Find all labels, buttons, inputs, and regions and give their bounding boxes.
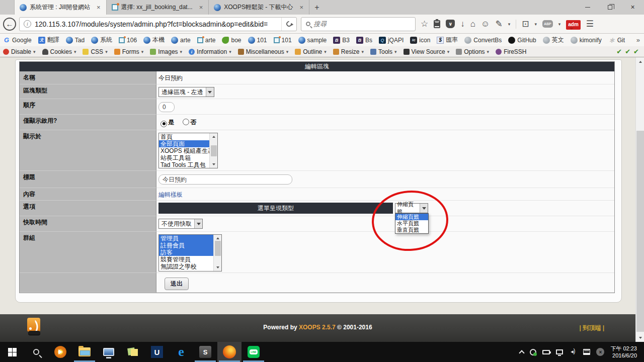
bookmark-git[interactable]: ∗Git bbox=[608, 37, 625, 44]
bookmark-jqapi[interactable]: QjQAPI bbox=[379, 37, 404, 44]
dropdown-option-selected[interactable]: 伸縮頁籤 bbox=[395, 214, 428, 220]
radio-no[interactable] bbox=[183, 119, 189, 125]
bookmark-b3[interactable]: BB3 bbox=[333, 37, 350, 44]
minimize-button[interactable] bbox=[576, 0, 599, 14]
tab-close-icon[interactable]: × bbox=[298, 4, 305, 11]
devbar-item-forms[interactable]: Forms▾ bbox=[114, 48, 144, 55]
devbar-item-resize[interactable]: Resize▾ bbox=[333, 48, 364, 55]
devbar-item-view-source[interactable]: View Source▾ bbox=[404, 48, 450, 55]
radio-yes[interactable] bbox=[160, 121, 167, 127]
title-input[interactable] bbox=[158, 174, 292, 185]
home-icon[interactable]: ⌂ bbox=[470, 20, 475, 28]
eyedropper-caret-icon[interactable]: ▾ bbox=[508, 22, 511, 27]
pages-option[interactable]: 站長工具箱 bbox=[159, 154, 209, 161]
dropdown-option[interactable]: 水平頁籤 bbox=[395, 220, 428, 227]
dropdown-option[interactable]: 垂直頁籤 bbox=[395, 227, 428, 233]
bookmark-exchange-rate[interactable]: $匯率 bbox=[437, 36, 458, 44]
devbar-item-outline[interactable]: Outline▾ bbox=[295, 48, 327, 55]
bookmark-convertbs[interactable]: ConvertBs bbox=[464, 37, 502, 44]
pages-option[interactable]: Tad Tools 工具包 bbox=[159, 161, 209, 168]
devbar-item-information[interactable]: iInformation▾ bbox=[189, 48, 231, 55]
new-tab-button[interactable]: + bbox=[309, 0, 324, 15]
devbar-item-css[interactable]: CSS▾ bbox=[83, 48, 107, 55]
tray-chevron-up-icon[interactable] bbox=[519, 350, 525, 355]
groups-option-selected[interactable]: 註冊會員 bbox=[159, 242, 213, 249]
taskbar-clock[interactable]: 下午 02:23 2016/6/20 bbox=[610, 345, 639, 359]
pocket-icon[interactable]: ∨ bbox=[446, 20, 455, 28]
bookmark-star-icon[interactable]: ☆ bbox=[421, 20, 428, 28]
bookmark-sample[interactable]: sample bbox=[298, 37, 327, 44]
bookmark-tad[interactable]: Tad bbox=[66, 37, 85, 44]
page-info-icon[interactable]: i bbox=[24, 20, 31, 28]
groups-option-selected[interactable]: 訪客 bbox=[159, 249, 213, 256]
tab-close-icon[interactable]: × bbox=[198, 4, 205, 11]
clipboard-icon[interactable] bbox=[434, 20, 440, 28]
listbox-scrollbar[interactable] bbox=[209, 133, 217, 168]
check-icon[interactable]: ✔ bbox=[633, 48, 639, 55]
devbar-item-tools[interactable]: Tools▾ bbox=[370, 48, 397, 55]
xoops-version-link[interactable]: XOOPS 2.5.7 bbox=[299, 324, 336, 331]
pages-listbox[interactable]: 首頁 全部頁面 XOOPS 模組產生器 站長工具箱 Tad Tools 工具包 bbox=[158, 133, 218, 168]
adm-badge-icon[interactable]: adm bbox=[566, 20, 581, 30]
check-icon[interactable]: ✔ bbox=[616, 48, 622, 55]
groups-option[interactable]: 競賽管理員 bbox=[159, 256, 213, 263]
taskbar-u-app[interactable]: U bbox=[145, 342, 169, 362]
adblock-caret-icon[interactable]: ▾ bbox=[558, 22, 561, 27]
sync-status-icon[interactable] bbox=[530, 349, 536, 355]
url-text[interactable]: 120.115.3.107/modules/system/admin.php?f… bbox=[35, 20, 281, 28]
submit-button[interactable]: 送出 bbox=[165, 278, 189, 290]
pages-option[interactable]: XOOPS 模組產生器 bbox=[159, 147, 209, 154]
scrollbar-thumb[interactable] bbox=[636, 131, 644, 332]
scroll-up-icon[interactable] bbox=[212, 134, 215, 138]
taskbar-sticky-notes[interactable] bbox=[121, 342, 145, 362]
bookmark-arte[interactable]: arte bbox=[171, 37, 191, 44]
tab-system-admin[interactable]: 系統管理 : Jill開發網站 × bbox=[14, 0, 107, 15]
screenshot-tool-icon[interactable]: ⊡ bbox=[522, 20, 529, 28]
pages-option[interactable]: 首頁 bbox=[159, 133, 209, 140]
devbar-item-cookies[interactable]: Cookies▾ bbox=[42, 48, 76, 55]
bookmark-101[interactable]: 101 bbox=[248, 37, 267, 44]
smiley-addon-icon[interactable]: ☺ bbox=[481, 20, 490, 28]
tab-close-icon[interactable]: × bbox=[95, 4, 102, 11]
bookmark-icon-site[interactable]: icicon bbox=[410, 37, 430, 44]
downloads-icon[interactable]: ↓ bbox=[460, 20, 465, 28]
eyedropper-icon[interactable]: ✎ bbox=[495, 20, 502, 28]
bookmark-english[interactable]: 英文 bbox=[543, 36, 564, 44]
screenshot-caret-icon[interactable]: ▾ bbox=[534, 22, 537, 27]
tab-phpmyadmin[interactable]: 選擇: xx_jill_booking_dat... × bbox=[107, 0, 209, 15]
devbar-item-images[interactable]: Images▾ bbox=[150, 48, 182, 55]
taskbar-edge[interactable]: e bbox=[169, 342, 193, 362]
scroll-thumb[interactable] bbox=[215, 241, 221, 256]
groups-option[interactable]: 無認證之學校 bbox=[159, 263, 213, 270]
taskbar-search-button[interactable] bbox=[24, 342, 48, 362]
url-bar[interactable]: i 120.115.3.107/modules/system/admin.php… bbox=[19, 17, 297, 31]
close-button[interactable]: × bbox=[621, 0, 644, 14]
bookmark-system[interactable]: 系統 bbox=[91, 36, 112, 44]
menu-hamburger-icon[interactable]: ☰ bbox=[586, 20, 594, 28]
tab-xoops-download[interactable]: XOOPS輕鬆架 - 下載中心 × bbox=[209, 0, 309, 15]
block-type-select[interactable]: 邊緣區塊 - 左邊 bbox=[158, 87, 214, 97]
scrollbar-up-icon[interactable] bbox=[636, 57, 644, 65]
edit-template-link[interactable]: 編輯樣板 bbox=[158, 191, 183, 198]
bookmark-boe[interactable]: boe bbox=[222, 37, 241, 44]
cache-select[interactable]: 不使用快取 bbox=[158, 219, 203, 229]
scroll-down-icon[interactable] bbox=[216, 266, 219, 270]
adblock-icon[interactable]: ABP bbox=[542, 20, 553, 28]
notification-icon[interactable] bbox=[583, 349, 590, 355]
listbox-scrollbar[interactable] bbox=[213, 235, 221, 271]
groups-listbox[interactable]: 管理員 註冊會員 訪客 競賽管理員 無認證之學校 bbox=[158, 234, 222, 272]
search-input[interactable] bbox=[313, 20, 399, 28]
devbar-item-disable[interactable]: Disable▾ bbox=[3, 48, 36, 55]
radio-yes-label[interactable]: 是 bbox=[168, 119, 174, 126]
weight-input[interactable] bbox=[158, 102, 175, 112]
network-icon[interactable] bbox=[556, 349, 563, 354]
check-icon[interactable]: ✔ bbox=[625, 48, 630, 55]
bookmark-arte-db[interactable]: arte bbox=[197, 37, 216, 44]
device-icon[interactable] bbox=[542, 350, 550, 354]
scroll-down-icon[interactable] bbox=[212, 163, 215, 167]
bookmark-github[interactable]: GitHub bbox=[508, 37, 536, 44]
browser-scrollbar[interactable] bbox=[635, 57, 644, 342]
scroll-thumb[interactable] bbox=[211, 145, 217, 156]
taskbar-file-explorer[interactable] bbox=[72, 342, 97, 362]
bookmark-bs[interactable]: BBs bbox=[356, 37, 372, 44]
